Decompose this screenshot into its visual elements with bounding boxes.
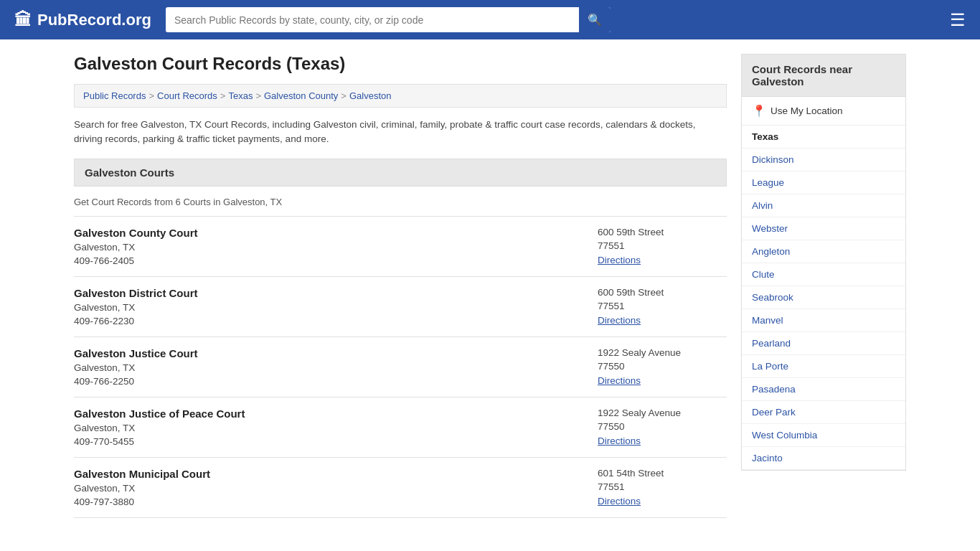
sidebar-item-seabrook[interactable]: Seabrook <box>742 286 905 309</box>
sidebar-list: 📍 Use My Location TexasDickinsonLeagueAl… <box>741 97 906 471</box>
directions-link[interactable]: Directions <box>598 375 641 386</box>
court-city: Galveston, TX <box>74 242 198 253</box>
menu-icon[interactable]: ☰ <box>950 10 966 30</box>
sidebar-item-alvin[interactable]: Alvin <box>742 194 905 217</box>
sidebar-item-deer-park[interactable]: Deer Park <box>742 401 905 424</box>
court-name: Galveston Municipal Court <box>74 468 210 480</box>
court-name: Galveston County Court <box>74 227 198 239</box>
sidebar-item-texas: Texas <box>742 126 905 149</box>
court-name: Galveston District Court <box>74 287 198 299</box>
directions-link[interactable]: Directions <box>598 496 641 507</box>
use-my-location[interactable]: 📍 Use My Location <box>742 97 905 126</box>
court-zip: 77550 <box>598 361 727 372</box>
search-bar: 🔍 <box>166 7 611 32</box>
search-input[interactable] <box>166 9 579 32</box>
sidebar-item-la-porte[interactable]: La Porte <box>742 355 905 378</box>
court-name: Galveston Justice Court <box>74 347 198 359</box>
sidebar-item-dickinson[interactable]: Dickinson <box>742 149 905 171</box>
court-phone: 409-766-2230 <box>74 316 198 326</box>
court-name: Galveston Justice of Peace Court <box>74 408 245 420</box>
court-phone: 409-766-2405 <box>74 255 198 266</box>
court-phone: 409-770-5455 <box>74 436 245 447</box>
court-city: Galveston, TX <box>74 362 198 373</box>
court-item: Galveston Justice of Peace Court Galvest… <box>74 397 727 457</box>
logo-text: PubRecord.org <box>37 11 151 29</box>
court-address: 1922 Sealy Avenue <box>598 408 727 418</box>
sidebar-item-jacinto[interactable]: Jacinto <box>742 447 905 470</box>
court-zip: 77551 <box>598 481 727 492</box>
sidebar-items-container: TexasDickinsonLeagueAlvinWebsterAngleton… <box>742 126 905 470</box>
court-right: 1922 Sealy Avenue 77550 Directions <box>598 408 727 447</box>
breadcrumb-link-public-records[interactable]: Public Records <box>83 90 146 101</box>
breadcrumb-sep-1: > <box>149 90 154 101</box>
sidebar-item-manvel[interactable]: Manvel <box>742 309 905 332</box>
court-left: Galveston Justice of Peace Court Galvest… <box>74 408 245 447</box>
sidebar-item-pasadena[interactable]: Pasadena <box>742 378 905 401</box>
court-item: Galveston Justice Court Galveston, TX 40… <box>74 336 727 397</box>
breadcrumb-link-court-records[interactable]: Court Records <box>157 90 217 101</box>
court-item: Galveston District Court Galveston, TX 4… <box>74 276 727 336</box>
sidebar-item-pearland[interactable]: Pearland <box>742 332 905 355</box>
court-right: 601 54th Street 77551 Directions <box>598 468 727 507</box>
location-icon: 📍 <box>752 104 766 118</box>
directions-link[interactable]: Directions <box>598 315 641 326</box>
breadcrumb: Public Records > Court Records > Texas >… <box>74 84 727 108</box>
sidebar-item-webster[interactable]: Webster <box>742 217 905 240</box>
court-right: 1922 Sealy Avenue 77550 Directions <box>598 347 727 387</box>
content-area: Galveston Court Records (Texas) Public R… <box>74 54 727 518</box>
directions-link[interactable]: Directions <box>598 255 641 265</box>
courts-subtext: Get Court Records from 6 Courts in Galve… <box>74 189 727 216</box>
site-header: 🏛 PubRecord.org 🔍 ☰ <box>0 0 980 39</box>
court-zip: 77550 <box>598 421 727 432</box>
courts-list: Galveston County Court Galveston, TX 409… <box>74 216 727 518</box>
logo-icon: 🏛 <box>14 10 32 30</box>
courts-section-header: Galveston Courts <box>74 159 727 187</box>
court-left: Galveston Municipal Court Galveston, TX … <box>74 468 210 507</box>
main-container: Galveston Court Records (Texas) Public R… <box>60 39 920 532</box>
breadcrumb-link-galveston-county[interactable]: Galveston County <box>264 90 338 101</box>
sidebar-item-clute[interactable]: Clute <box>742 263 905 286</box>
site-logo[interactable]: 🏛 PubRecord.org <box>14 10 151 30</box>
search-button[interactable]: 🔍 <box>579 7 611 32</box>
court-left: Galveston District Court Galveston, TX 4… <box>74 287 198 326</box>
court-address: 600 59th Street <box>598 227 727 237</box>
court-city: Galveston, TX <box>74 423 245 433</box>
breadcrumb-link-texas[interactable]: Texas <box>228 90 253 101</box>
court-phone: 409-797-3880 <box>74 496 210 507</box>
court-address: 600 59th Street <box>598 287 727 298</box>
court-city: Galveston, TX <box>74 302 198 313</box>
court-right: 600 59th Street 77551 Directions <box>598 287 727 326</box>
sidebar-header: Court Records near Galveston <box>741 54 906 97</box>
breadcrumb-sep-2: > <box>220 90 226 101</box>
breadcrumb-sep-4: > <box>341 90 347 101</box>
sidebar-item-angleton[interactable]: Angleton <box>742 240 905 263</box>
breadcrumb-link-galveston[interactable]: Galveston <box>349 90 392 101</box>
court-zip: 77551 <box>598 240 727 251</box>
court-address: 601 54th Street <box>598 468 727 479</box>
court-item: Galveston Municipal Court Galveston, TX … <box>74 457 727 518</box>
sidebar-item-league[interactable]: League <box>742 171 905 194</box>
breadcrumb-sep-3: > <box>255 90 261 101</box>
court-right: 600 59th Street 77551 Directions <box>598 227 727 266</box>
search-icon: 🔍 <box>588 14 602 26</box>
use-location-label: Use My Location <box>771 105 843 116</box>
sidebar-item-west-columbia[interactable]: West Columbia <box>742 424 905 447</box>
page-title: Galveston Court Records (Texas) <box>74 54 727 74</box>
sidebar: Court Records near Galveston 📍 Use My Lo… <box>741 54 906 518</box>
court-left: Galveston County Court Galveston, TX 409… <box>74 227 198 266</box>
page-description: Search for free Galveston, TX Court Reco… <box>74 118 727 147</box>
court-left: Galveston Justice Court Galveston, TX 40… <box>74 347 198 387</box>
court-phone: 409-766-2250 <box>74 376 198 387</box>
court-city: Galveston, TX <box>74 483 210 494</box>
directions-link[interactable]: Directions <box>598 435 641 446</box>
court-item: Galveston County Court Galveston, TX 409… <box>74 216 727 276</box>
court-zip: 77551 <box>598 301 727 311</box>
court-address: 1922 Sealy Avenue <box>598 347 727 358</box>
